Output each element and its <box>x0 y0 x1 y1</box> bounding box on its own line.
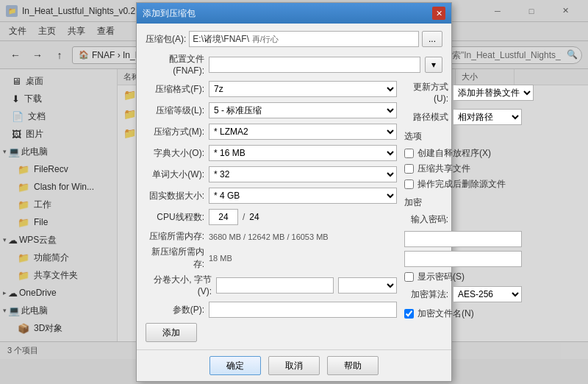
opt2-label: 压缩共享文件 <box>417 163 470 175</box>
cpu-count-input[interactable] <box>209 209 238 225</box>
encrypt-label: 输入密码: <box>404 213 448 226</box>
dialog-left-col: 压缩格式(F): 7z 压缩等级(L): 5 - 标准压缩 <box>146 81 397 342</box>
add-button[interactable]: 添加 <box>146 323 197 342</box>
split-label: 分卷大小, 字节(V): <box>146 274 212 296</box>
profile-dropdown-button[interactable]: ▾ <box>425 57 442 73</box>
encrypt-pwd-row: 输入密码: <box>404 213 522 226</box>
format-label: 压缩格式(F): <box>146 83 204 96</box>
encrypt-name-row[interactable]: 加密文件名(N) <box>404 307 522 320</box>
dialog-body: 压缩包(A): E:\诸境\FNAF\ 再/行心 ... 配置文件(FNAF):… <box>137 24 451 349</box>
dialog-overlay: 添加到压缩包 ✕ 压缩包(A): E:\诸境\FNAF\ 再/行心 ... 配置… <box>0 0 588 384</box>
comment-label: 参数(P): <box>146 304 204 316</box>
options-title: 选项 <box>404 130 522 143</box>
path-mode-select[interactable]: 相对路径 <box>453 109 522 125</box>
word-select[interactable]: * 32 <box>209 166 397 182</box>
cpu-inputs: / 24 <box>209 209 259 225</box>
comment-input[interactable] <box>209 302 397 318</box>
encrypt-name-label: 加密文件名(N) <box>417 307 474 320</box>
new-mem-row: 新压缩所需内存: 18 MB <box>146 246 397 271</box>
dict-row: 字典大小(O): * 16 MB <box>146 145 397 161</box>
dialog-close-button[interactable]: ✕ <box>432 7 445 20</box>
algo-label: 加密算法: <box>404 288 448 301</box>
level-label: 压缩等级(L): <box>146 104 204 117</box>
opt3-label: 操作完成后删除源文件 <box>417 178 506 191</box>
browse-path-button[interactable]: ... <box>422 31 442 47</box>
split-unit-select[interactable] <box>338 277 397 294</box>
opt1-label: 创建自释放程序(X) <box>417 147 491 160</box>
level-select[interactable]: 5 - 标准压缩 <box>209 102 397 118</box>
ok-button[interactable]: 确定 <box>209 356 261 375</box>
add-btn-row: 添加 <box>146 323 397 342</box>
help-button[interactable]: 帮助 <box>327 356 379 375</box>
algo-select[interactable]: AES-256 <box>453 286 522 302</box>
opt1-checkbox-row[interactable]: 创建自释放程序(X) <box>404 147 522 160</box>
solid-select[interactable]: * 4 GB <box>209 188 397 204</box>
opt3-checkbox-row[interactable]: 操作完成后删除源文件 <box>404 178 522 191</box>
profile-input[interactable] <box>209 57 420 73</box>
method-select[interactable]: * LZMA2 <box>209 124 397 140</box>
split-row: 分卷大小, 字节(V): <box>146 274 397 296</box>
archive-path-label: 压缩包(A): <box>146 33 186 46</box>
dialog-title: 添加到压缩包 <box>143 7 196 20</box>
new-mem-label: 新压缩所需内存: <box>146 246 204 271</box>
dialog-right-col: 更新方式(U): 添加并替换文件 路径模式 相对路径 选项 <box>404 81 522 342</box>
algo-row: 加密算法: AES-256 <box>404 286 522 302</box>
encrypt-name-checkbox[interactable] <box>404 309 414 319</box>
method-label: 压缩方式(M): <box>146 126 204 138</box>
update-label: 更新方式(U): <box>404 81 448 104</box>
new-mem-value: 18 MB <box>209 254 232 263</box>
solid-label: 固实数据大小: <box>146 190 204 202</box>
path-mode-row: 路径模式 相对路径 <box>404 109 522 125</box>
word-label: 单词大小(W): <box>146 168 204 181</box>
mem-label: 压缩所需内存: <box>146 230 204 243</box>
encrypt-section: 加密 输入密码: 显示密码(S) 加密算法: <box>404 196 522 320</box>
encrypt-title: 加密 <box>404 196 522 209</box>
opt2-checkbox-row[interactable]: 压缩共享文件 <box>404 163 522 175</box>
cancel-button[interactable]: 取消 <box>268 356 320 375</box>
cpu-separator: / <box>243 212 245 222</box>
show-pwd-row[interactable]: 显示密码(S) <box>404 271 522 283</box>
add-archive-dialog: 添加到压缩包 ✕ 压缩包(A): E:\诸境\FNAF\ 再/行心 ... 配置… <box>136 2 452 382</box>
archive-path-display: E:\诸境\FNAF\ 再/行心 <box>189 31 419 47</box>
solid-row: 固实数据大小: * 4 GB <box>146 188 397 204</box>
format-row: 压缩格式(F): 7z <box>146 81 397 97</box>
mem-row: 压缩所需内存: 3680 MB / 12642 MB / 16053 MB <box>146 230 397 243</box>
opt1-checkbox[interactable] <box>404 149 414 158</box>
opt3-checkbox[interactable] <box>404 179 414 189</box>
format-select[interactable]: 7z <box>209 81 397 97</box>
cpu-label: CPU线程数: <box>146 211 204 224</box>
profile-label: 配置文件(FNAF): <box>146 53 204 76</box>
profile-row: 配置文件(FNAF): ▾ <box>146 53 442 76</box>
dialog-title-bar: 添加到压缩包 ✕ <box>137 3 451 24</box>
cpu-row: CPU线程数: / 24 <box>146 209 397 225</box>
password-input[interactable] <box>404 231 522 247</box>
archive-path-row: 压缩包(A): E:\诸境\FNAF\ 再/行心 ... <box>146 31 442 47</box>
update-select[interactable]: 添加并替换文件 <box>453 85 534 101</box>
cpu-total: 24 <box>249 212 259 222</box>
dict-label: 字典大小(O): <box>146 147 204 160</box>
comment-row: 参数(P): <box>146 302 397 318</box>
show-pwd-label: 显示密码(S) <box>417 271 465 283</box>
opt2-checkbox[interactable] <box>404 164 414 174</box>
dialog-two-col: 压缩格式(F): 7z 压缩等级(L): 5 - 标准压缩 <box>146 81 442 342</box>
dialog-footer: 确定 取消 帮助 <box>137 349 451 381</box>
update-row: 更新方式(U): 添加并替换文件 <box>404 81 522 104</box>
show-pwd-checkbox[interactable] <box>404 272 414 282</box>
word-row: 单词大小(W): * 32 <box>146 166 397 182</box>
mem-value: 3680 MB / 12642 MB / 16053 MB <box>209 232 329 241</box>
dict-select[interactable]: * 16 MB <box>209 145 397 161</box>
path-mode-label: 路径模式 <box>404 111 448 124</box>
password-confirm-input[interactable] <box>404 251 522 267</box>
method-row: 压缩方式(M): * LZMA2 <box>146 124 397 140</box>
split-input[interactable] <box>216 277 334 294</box>
level-row: 压缩等级(L): 5 - 标准压缩 <box>146 102 397 118</box>
